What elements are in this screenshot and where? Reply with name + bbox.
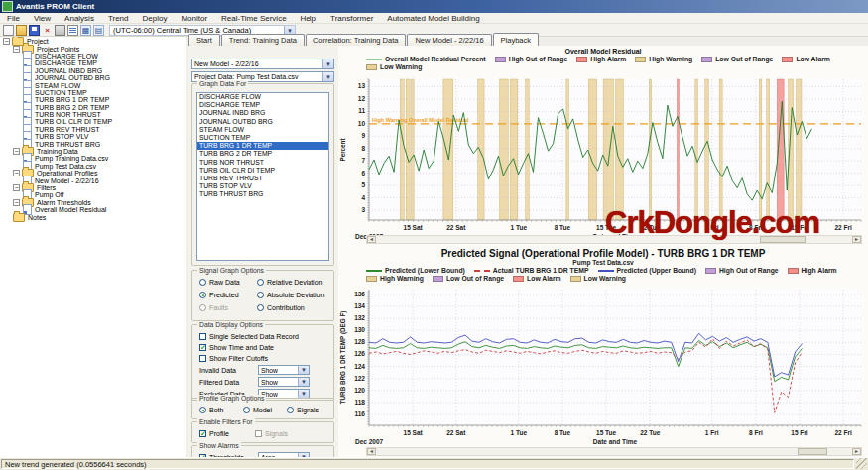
graph-data-list[interactable]: DISCHARGE FLOWDISCHARGE TEMPJOURNAL INBD…: [196, 92, 329, 261]
tree-item-overall-model-residual[interactable]: Overall Model Residual: [0, 206, 186, 213]
scroll-thumb[interactable]: [798, 448, 827, 455]
radio-signals[interactable]: Signals: [287, 407, 319, 413]
radio-unchecked-icon[interactable]: [243, 407, 250, 413]
report-icon[interactable]: [67, 25, 78, 36]
new-icon[interactable]: [3, 25, 14, 36]
data-grid-icon[interactable]: ▤: [93, 25, 104, 36]
check-show-filter-cutoffs[interactable]: Show Filter Cutoffs: [199, 355, 268, 362]
menu-automated-model-building[interactable]: Automated Model Building: [380, 14, 486, 23]
list-item-turb-rev-thrust[interactable]: TURB REV THRUST: [197, 175, 328, 182]
tab-new-model-2-22-16[interactable]: New Model - 2/22/16: [407, 34, 491, 46]
radio-checked-icon[interactable]: [199, 292, 206, 298]
check-unchecked-icon[interactable]: [199, 333, 206, 340]
list-item-discharge-flow[interactable]: DISCHARGE FLOW: [197, 93, 328, 101]
menu-transformer[interactable]: Transformer: [323, 14, 380, 23]
scroll-right-icon[interactable]: ►: [852, 236, 861, 243]
chevron-down-icon[interactable]: ▼: [298, 390, 309, 398]
tree-item-label: TURB NOR THRUST: [35, 111, 101, 118]
save-icon[interactable]: [29, 25, 40, 36]
radio-raw-data[interactable]: Raw Data: [199, 279, 240, 286]
radio-contribution[interactable]: Contribution: [257, 304, 305, 311]
tree-expander-icon[interactable]: −: [13, 199, 20, 206]
chart-hscrollbar[interactable]: ◄ ►: [366, 447, 862, 456]
tab-start[interactable]: Start: [188, 34, 220, 46]
menu-deploy[interactable]: Deploy: [136, 14, 175, 23]
scroll-left-icon[interactable]: ◄: [367, 448, 376, 455]
list-item-steam-flow[interactable]: STEAM FLOW: [197, 126, 328, 134]
tree-expander-icon[interactable]: −: [13, 170, 20, 176]
chevron-down-icon[interactable]: ▼: [298, 378, 309, 386]
chevron-down-icon[interactable]: ▼: [322, 59, 333, 68]
menu-trend[interactable]: Trend: [101, 14, 136, 23]
menu-view[interactable]: View: [27, 14, 58, 23]
check-single-selected-data-record[interactable]: Single Selected Data Record: [199, 333, 299, 340]
group-label: Signal Graph Options: [197, 267, 266, 274]
tree-expander-icon[interactable]: −: [13, 184, 20, 191]
radio-unchecked-icon[interactable]: [257, 292, 264, 298]
scroll-right-icon[interactable]: ►: [852, 448, 861, 455]
legend-label: High Warning: [649, 56, 692, 62]
model-tree-icon[interactable]: ▦: [80, 25, 91, 36]
radio-unchecked-icon[interactable]: [199, 279, 206, 286]
control-label: Contribution: [267, 304, 305, 311]
open-icon[interactable]: [16, 25, 27, 36]
check-unchecked-icon[interactable]: [255, 430, 262, 437]
radio-both[interactable]: Both: [199, 407, 223, 413]
menu-analysis[interactable]: Analysis: [58, 14, 101, 23]
scroll-left-icon[interactable]: ◄: [367, 236, 376, 243]
legend-item-low-warning: Low Warning: [570, 275, 626, 282]
delete-icon[interactable]: ×: [42, 25, 53, 36]
legend-swatch: [782, 57, 793, 62]
svg-text:8 Tue: 8 Tue: [555, 429, 571, 436]
radio-unchecked-icon[interactable]: [199, 304, 206, 311]
radio-checked-icon[interactable]: [199, 407, 206, 413]
menu-real-time-service[interactable]: Real-Time Service: [214, 14, 294, 23]
radio-predicted[interactable]: Predicted: [199, 292, 239, 298]
check-profile[interactable]: ✓Profile: [199, 430, 229, 437]
list-item-suction-temp[interactable]: SUCTION TEMP: [197, 134, 328, 142]
menu-monitor[interactable]: Monitor: [174, 14, 214, 23]
tab-correlation-training-data[interactable]: Correlation: Training Data: [306, 34, 406, 46]
print-icon[interactable]: [55, 25, 65, 36]
svg-text:22 Fri: 22 Fri: [834, 429, 852, 436]
list-item-discharge-temp[interactable]: DISCHARGE TEMP: [197, 101, 328, 109]
check-checked-icon[interactable]: ✓: [199, 344, 206, 351]
radio-unchecked-icon[interactable]: [287, 407, 294, 413]
legend-swatch: [576, 57, 587, 62]
radio-unchecked-icon[interactable]: [257, 304, 264, 311]
radio-model[interactable]: Model: [243, 407, 272, 413]
tab-playback[interactable]: Playback: [493, 33, 539, 46]
svg-text:1 Tue: 1 Tue: [511, 224, 528, 231]
menu-file[interactable]: File: [0, 14, 27, 23]
radio-absolute-deviation[interactable]: Absolute Deviation: [257, 292, 324, 298]
svg-text:3: 3: [361, 206, 365, 213]
tree-expander-icon[interactable]: −: [3, 38, 10, 45]
select-filtered-data[interactable]: Show▼: [258, 377, 310, 387]
list-item-journal-inbd-brg[interactable]: JOURNAL INBD BRG: [197, 109, 328, 117]
radio-relative-deviation[interactable]: Relative Deviation: [257, 279, 322, 286]
menu-help[interactable]: Help: [294, 14, 323, 23]
list-item-turb-thrust-brg[interactable]: TURB THRUST BRG: [197, 190, 328, 198]
radio-unchecked-icon[interactable]: [257, 279, 264, 286]
list-item-turb-nor-thrust[interactable]: TURB NOR THRUST: [197, 159, 328, 167]
resize-grip[interactable]: [856, 458, 867, 469]
legend-item-low-alarm: Low Alarm: [513, 275, 561, 282]
model-select[interactable]: New Model - 2/22/16 ▼: [191, 59, 334, 69]
list-item-turb-brg-1-dr-temp[interactable]: TURB BRG 1 DR TEMP: [197, 142, 328, 150]
control-label: Profile: [209, 430, 229, 437]
check-show-time-and-date[interactable]: ✓Show Time and Date: [199, 344, 274, 351]
tab-trend-training-data[interactable]: Trend: Training Data: [221, 34, 305, 46]
list-item-turb-oil-clr-di-temp[interactable]: TURB OIL CLR DI TEMP: [197, 167, 328, 175]
check-unchecked-icon[interactable]: [199, 355, 206, 362]
list-item-turb-brg-2-dr-temp[interactable]: TURB BRG 2 DR TEMP: [197, 150, 328, 158]
chevron-down-icon[interactable]: ▼: [298, 366, 309, 374]
list-item-turb-stop-vlv[interactable]: TURB STOP VLV: [197, 182, 328, 190]
chevron-down-icon[interactable]: ▼: [322, 72, 333, 81]
select-invalid-data[interactable]: Show▼: [258, 365, 310, 375]
tree-expander-icon[interactable]: −: [13, 148, 20, 155]
svg-text:7: 7: [361, 157, 365, 164]
list-item-journal-outbd-brg[interactable]: JOURNAL OUTBD BRG: [197, 118, 328, 126]
tree-expander-icon[interactable]: −: [13, 46, 20, 53]
legend-label: High Warning: [380, 275, 424, 282]
check-checked-icon[interactable]: ✓: [199, 430, 206, 437]
